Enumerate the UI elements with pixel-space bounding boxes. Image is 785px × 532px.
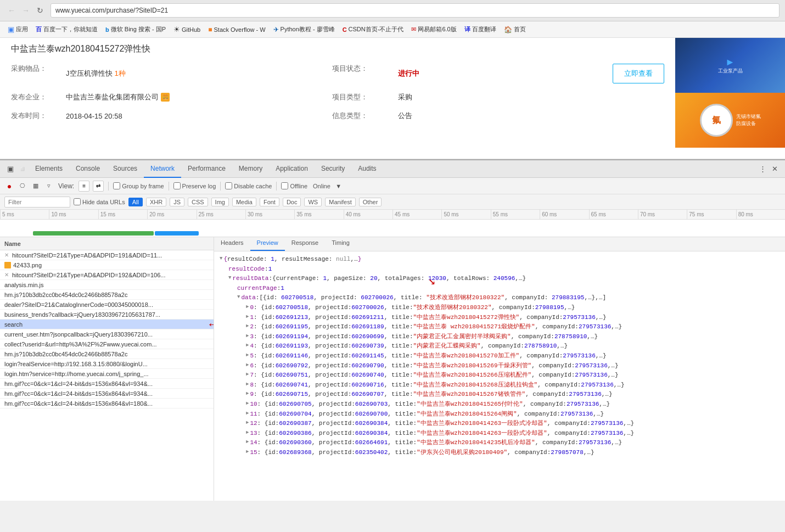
- list-item[interactable]: collect?userid=&url=http%3A%2F%2Fwww.yue…: [0, 339, 214, 349]
- expand-item-12-arrow[interactable]: ►: [246, 419, 249, 427]
- ad-logo: 氟: [700, 104, 733, 137]
- offline-checkbox[interactable]: Offline: [281, 182, 307, 189]
- red-arrow-search: ←: [207, 317, 214, 332]
- view-group-btn[interactable]: ⇄: [93, 181, 104, 192]
- filter-tag-xhr[interactable]: XHR: [146, 198, 166, 206]
- tab-performance[interactable]: Performance: [181, 160, 232, 178]
- devtools-device-btn[interactable]: ◽: [16, 163, 29, 175]
- list-item[interactable]: business_trends?callback=jQuery183039672…: [0, 310, 214, 320]
- tab-network[interactable]: Network: [144, 160, 181, 178]
- clear-button[interactable]: ⎔: [18, 181, 27, 191]
- offline-input[interactable]: [281, 182, 288, 189]
- preserve-log-checkbox[interactable]: Preserve log: [173, 182, 216, 189]
- forward-button[interactable]: →: [20, 4, 32, 16]
- filter-tag-css[interactable]: CSS: [188, 198, 208, 206]
- bookmark-bing[interactable]: b 微软 Bing 搜索 - 国P: [102, 24, 169, 35]
- detail-tab-response[interactable]: Response: [285, 237, 326, 251]
- tick-55ms: 55 ms: [491, 210, 540, 219]
- list-item[interactable]: hm.gif?cc=0&ck=1&cl=24-bit&ds=1536x864&v…: [0, 399, 214, 408]
- expand-resultdata-arrow[interactable]: ▼: [228, 274, 231, 282]
- expand-item-7-arrow[interactable]: ►: [246, 371, 249, 378]
- bookmark-netease[interactable]: ✉ 网易邮箱6.0版: [408, 24, 459, 35]
- record-button[interactable]: ●: [4, 181, 14, 191]
- expand-item-15-arrow[interactable]: ►: [246, 448, 249, 456]
- filter-tag-all[interactable]: All: [128, 198, 143, 206]
- bookmark-github[interactable]: ☀ GitHub: [170, 24, 204, 35]
- expand-item-4-arrow[interactable]: ►: [246, 341, 249, 349]
- bookmark-python[interactable]: ✈ Python教程 - 廖雪峰: [270, 24, 338, 35]
- tab-application[interactable]: Application: [269, 160, 315, 178]
- preserve-log-input[interactable]: [173, 182, 181, 189]
- address-bar[interactable]: [51, 3, 780, 18]
- hide-data-urls-input[interactable]: [74, 198, 81, 205]
- expand-data-arrow[interactable]: ▼: [237, 293, 240, 301]
- detail-tab-timing[interactable]: Timing: [325, 237, 356, 251]
- list-item[interactable]: analysis.min.js: [0, 280, 214, 290]
- list-item[interactable]: current_user.htm?jsonpcallback=jQuery183…: [0, 329, 214, 339]
- list-item[interactable]: ✕ hitcount?SiteID=21&Type=AD&ADPID=191&A…: [0, 250, 214, 260]
- tab-sources[interactable]: Sources: [106, 160, 144, 178]
- filter-toggle-btn[interactable]: ▿: [44, 181, 54, 191]
- view-list-btn[interactable]: ≡: [78, 181, 89, 192]
- filter-tag-font[interactable]: Font: [260, 198, 279, 206]
- list-item[interactable]: ✕ hitcount?SiteID=21&Type=AD&ADPID=192&A…: [0, 270, 214, 280]
- filter-tag-media[interactable]: Media: [232, 198, 256, 206]
- expand-item-2-arrow[interactable]: ►: [246, 322, 249, 330]
- capture-screenshots-btn[interactable]: ▦: [31, 181, 41, 191]
- filter-tag-js[interactable]: JS: [170, 198, 184, 206]
- tab-audits[interactable]: Audits: [351, 160, 383, 178]
- filter-tag-ws[interactable]: WS: [304, 198, 322, 206]
- disable-cache-input[interactable]: [225, 182, 232, 189]
- tab-memory[interactable]: Memory: [232, 160, 269, 178]
- list-item[interactable]: hm.js?10b3db2cc0bc454dc0c2466b88578a2c: [0, 290, 214, 300]
- devtools-close-btn[interactable]: ✕: [769, 163, 781, 175]
- group-by-frame-checkbox[interactable]: Group by frame: [113, 182, 164, 189]
- status-value: 进行中 立即查看: [398, 61, 664, 86]
- list-item[interactable]: dealer?SiteID=21&CatalogInnerCode=000345…: [0, 300, 214, 310]
- expand-item-9-arrow[interactable]: ►: [246, 390, 249, 397]
- filter-tag-img[interactable]: Img: [211, 198, 229, 206]
- disable-cache-checkbox[interactable]: Disable cache: [225, 182, 272, 189]
- filter-tag-doc[interactable]: Doc: [283, 198, 301, 206]
- bookmark-baidu[interactable]: 百 百度一下，你就知道: [32, 24, 101, 35]
- list-item[interactable]: hm.gif?cc=0&ck=1&cl=24-bit&ds=1536x864&v…: [0, 389, 214, 399]
- expand-root-arrow[interactable]: ▼: [220, 255, 222, 262]
- hide-data-urls-checkbox[interactable]: Hide data URLs: [74, 198, 125, 205]
- expand-item-11-arrow[interactable]: ►: [246, 410, 249, 417]
- filter-tag-manifest[interactable]: Manifest: [325, 198, 356, 206]
- expand-item-13-arrow[interactable]: ►: [246, 429, 249, 436]
- refresh-button[interactable]: ↻: [34, 4, 46, 16]
- expand-item-10-arrow[interactable]: ►: [246, 400, 249, 407]
- list-item[interactable]: login.htm?service=http://home.yuecai.com…: [0, 369, 214, 379]
- expand-item-5-arrow[interactable]: ►: [246, 351, 249, 359]
- filter-tag-other[interactable]: Other: [359, 198, 382, 206]
- filter-input[interactable]: [4, 197, 70, 208]
- bookmark-stackoverflow[interactable]: ■ Stack Overflow - W: [205, 25, 268, 35]
- tab-console[interactable]: Console: [69, 160, 106, 178]
- tab-elements[interactable]: Elements: [29, 160, 69, 178]
- bookmark-home[interactable]: 🏠 首页: [501, 24, 529, 35]
- expand-item-0-arrow[interactable]: ►: [246, 303, 249, 311]
- tab-security[interactable]: Security: [315, 160, 351, 178]
- bookmark-csdn[interactable]: C CSDN首页-不止于代: [339, 24, 407, 35]
- expand-item-3-arrow[interactable]: ►: [246, 332, 249, 340]
- bookmark-apps[interactable]: ▣ 应用: [4, 24, 31, 35]
- view-button[interactable]: 立即查看: [613, 64, 664, 83]
- list-item[interactable]: hm.gif?cc=0&ck=1&cl=24-bit&ds=1536x864&v…: [0, 379, 214, 389]
- list-item[interactable]: login?realService=http://192.168.3.15:80…: [0, 359, 214, 369]
- detail-tab-preview[interactable]: Preview: [250, 237, 285, 251]
- expand-item-8-arrow[interactable]: ►: [246, 380, 249, 388]
- expand-item-1-arrow[interactable]: ►: [246, 313, 249, 321]
- devtools-inspect-btn[interactable]: ▣: [4, 163, 16, 175]
- list-item[interactable]: hm.js?10b3db2cc0bc454dc0c2466b88578a2c: [0, 349, 214, 359]
- bookmark-fanyi[interactable]: 译 百度翻译: [461, 24, 500, 35]
- list-item-search[interactable]: search ←: [0, 320, 214, 329]
- list-item[interactable]: 42433.png: [0, 260, 214, 270]
- network-conditions-btn[interactable]: ▼: [334, 181, 344, 191]
- devtools-more-btn[interactable]: ⋮: [756, 163, 769, 175]
- expand-item-6-arrow[interactable]: ►: [246, 361, 249, 369]
- detail-tab-headers[interactable]: Headers: [214, 237, 250, 251]
- expand-item-14-arrow[interactable]: ►: [246, 438, 249, 446]
- back-button[interactable]: ←: [5, 4, 18, 16]
- group-by-frame-input[interactable]: [113, 182, 120, 189]
